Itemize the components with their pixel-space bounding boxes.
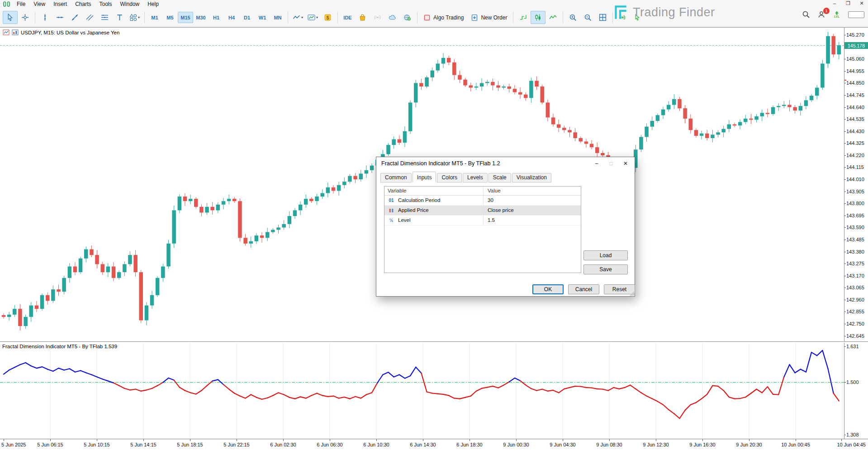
indicators-button[interactable]: ▾ xyxy=(305,11,320,24)
resize-grip[interactable] xyxy=(630,291,634,296)
time-label: 9 Jun 16:30 xyxy=(689,442,716,447)
time-axis[interactable]: 5 Jun 20255 Jun 06:155 Jun 10:155 Jun 14… xyxy=(0,439,868,451)
menu-view[interactable]: View xyxy=(29,1,49,7)
new-order-button[interactable]: New Order xyxy=(467,11,511,24)
indicators-icon xyxy=(308,14,315,21)
tick-chart-button[interactable] xyxy=(516,11,531,24)
toolbar-separator xyxy=(144,12,145,23)
balance-toggle[interactable] xyxy=(848,11,864,18)
dialog-maximize-button[interactable]: □ xyxy=(604,157,618,169)
algo-trading-button[interactable]: Algo Trading xyxy=(420,11,467,24)
price-label: 144.745 xyxy=(846,92,864,98)
horizontal-line-button[interactable] xyxy=(52,11,67,24)
variable-value[interactable]: 1.5 xyxy=(483,216,581,225)
new-order-label: New Order xyxy=(481,14,507,21)
timeframe-h4-button[interactable]: H4 xyxy=(224,12,239,23)
time-label: 5 Jun 22:15 xyxy=(223,442,250,447)
tab-scale[interactable]: Scale xyxy=(489,173,511,182)
lvl-button[interactable]: LVL xyxy=(833,10,841,19)
menu-bar: FileViewInsertChartsToolsWindowHelp – ❐ … xyxy=(0,0,868,8)
menu-file[interactable]: File xyxy=(13,1,29,7)
cursor-button[interactable] xyxy=(3,11,18,24)
signals-button[interactable] xyxy=(370,11,385,24)
ide-button[interactable]: IDE xyxy=(340,11,355,24)
timeframe-w1-button[interactable]: W1 xyxy=(255,12,270,23)
profile-button[interactable]: 1 xyxy=(817,10,825,19)
copy-trading-button[interactable] xyxy=(400,11,415,24)
timeframe-m30-button[interactable]: M30 xyxy=(193,12,209,23)
window-minimize-button[interactable]: – xyxy=(831,0,838,6)
tab-visualization[interactable]: Visualization xyxy=(512,173,551,182)
zoom-out-button[interactable] xyxy=(580,11,595,24)
window-close-button[interactable]: ✕ xyxy=(858,0,865,6)
tab-colors[interactable]: Colors xyxy=(437,173,462,182)
zoom-in-button[interactable] xyxy=(565,11,580,24)
time-tick xyxy=(470,439,470,441)
menu-insert[interactable]: Insert xyxy=(49,1,71,7)
timeframe-m1-button[interactable]: M1 xyxy=(147,12,162,23)
price-label: 142.855 xyxy=(846,308,864,315)
dollar-button[interactable]: $ xyxy=(320,11,335,24)
variable-value[interactable]: 30 xyxy=(483,196,581,205)
market-button[interactable] xyxy=(355,11,370,24)
tab-inputs[interactable]: Inputs xyxy=(413,172,436,182)
tab-levels[interactable]: Levels xyxy=(463,173,488,182)
value-column-header: Value xyxy=(483,187,581,195)
save-button[interactable]: Save xyxy=(583,264,628,274)
dialog-close-button[interactable]: ✕ xyxy=(618,157,633,169)
dialog-minimize-button[interactable]: – xyxy=(589,157,604,169)
shapes-button[interactable]: ▾ xyxy=(127,11,142,24)
timeframe-m15-button[interactable]: M15 xyxy=(178,12,193,23)
menu-charts[interactable]: Charts xyxy=(71,1,95,7)
timeframe-h1-button[interactable]: H1 xyxy=(209,12,224,23)
inputs-table: Variable Value 01Calculation Period30App… xyxy=(384,186,581,273)
input-row-level[interactable]: ½Level1.5 xyxy=(384,216,581,226)
variable-value[interactable]: Close price xyxy=(483,206,581,215)
crosshair-button[interactable] xyxy=(18,11,33,24)
tile-windows-button[interactable] xyxy=(595,11,610,24)
indicator-settings-dialog: Fractal Dimension Indicator MT5 - By TFl… xyxy=(376,157,635,297)
fibonacci-button[interactable] xyxy=(97,11,112,24)
cancel-button[interactable]: Cancel xyxy=(568,284,599,294)
vps-cloud-button[interactable] xyxy=(385,11,400,24)
timeframe-d1-button[interactable]: D1 xyxy=(239,12,255,23)
window-restore-button[interactable]: ❐ xyxy=(844,0,852,6)
tab-common[interactable]: Common xyxy=(380,173,412,182)
shapes-icon xyxy=(129,14,137,21)
time-tick xyxy=(376,439,377,441)
channel-button[interactable] xyxy=(82,11,97,24)
price-label: 142.960 xyxy=(846,297,864,303)
input-row-calculation-period[interactable]: 01Calculation Period30 xyxy=(384,196,581,206)
text-tool-button[interactable] xyxy=(112,11,127,24)
ok-button[interactable]: OK xyxy=(532,284,564,294)
line-chart-button[interactable] xyxy=(545,11,560,24)
vertical-line-icon xyxy=(41,14,49,21)
price-label: 144.430 xyxy=(846,128,864,134)
price-label: 144.850 xyxy=(846,80,864,86)
price-label: 144.220 xyxy=(846,152,864,158)
dialog-titlebar[interactable]: Fractal Dimension Indicator MT5 - By TFl… xyxy=(376,157,635,169)
search-button[interactable] xyxy=(802,10,810,19)
toolbar-separator xyxy=(35,12,35,23)
time-tick xyxy=(190,439,190,441)
price-label: 143.590 xyxy=(846,224,864,230)
chart-type-button[interactable]: ▾ xyxy=(290,11,305,24)
input-type-icon: ½ xyxy=(388,216,395,225)
time-tick xyxy=(143,439,144,441)
price-label: 145.270 xyxy=(846,32,864,38)
menu-tools[interactable]: Tools xyxy=(95,1,116,7)
menu-help[interactable]: Help xyxy=(143,1,163,7)
dialog-tab-strip: CommonInputsColorsLevelsScaleVisualizati… xyxy=(380,171,552,182)
price-label: 144.535 xyxy=(846,116,864,122)
time-tick xyxy=(283,439,284,441)
timeframe-mn-button[interactable]: MN xyxy=(270,12,285,23)
candlesticks-button[interactable] xyxy=(531,11,545,24)
load-button[interactable]: Load xyxy=(583,250,628,260)
timeframe-m5-button[interactable]: M5 xyxy=(162,12,178,23)
trendline-button[interactable] xyxy=(67,11,82,24)
input-row-applied-price[interactable]: Applied PriceClose price xyxy=(384,206,581,216)
vertical-line-button[interactable] xyxy=(38,11,52,24)
chart-symbol-label: USDJPY, M15: US Dollar vs Japanese Yen xyxy=(21,30,119,35)
menu-window[interactable]: Window xyxy=(116,1,144,7)
candlesticks-icon xyxy=(534,14,542,21)
